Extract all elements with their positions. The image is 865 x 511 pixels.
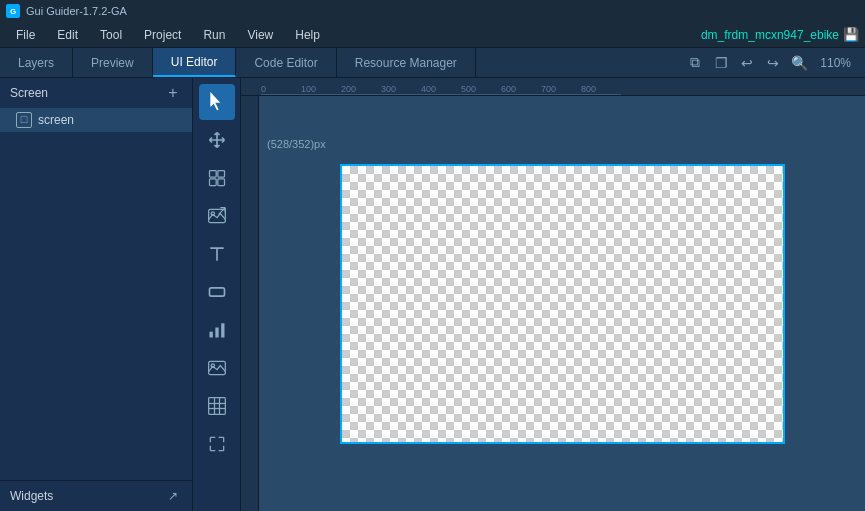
tab-code-editor[interactable]: Code Editor xyxy=(236,48,336,77)
project-name-text: dm_frdm_mcxn947_ebike xyxy=(701,28,839,42)
main-area: Screen + ☐ screen Widgets ↗ xyxy=(0,78,865,511)
widgets-section: Widgets ↗ xyxy=(0,480,192,511)
rect-tool-button[interactable] xyxy=(199,274,235,310)
zoom-out-button[interactable]: 🔍 xyxy=(788,52,810,74)
layer-name: screen xyxy=(38,113,74,127)
screen-section: Screen + ☐ screen xyxy=(0,78,192,132)
svg-rect-3 xyxy=(217,179,224,186)
widgets-link-button[interactable]: ↗ xyxy=(164,487,182,505)
tab-ui-editor[interactable]: UI Editor xyxy=(153,48,237,77)
layer-screen[interactable]: ☐ screen xyxy=(0,108,192,132)
ruler-top-ticks: 0 100 200 300 400 500 600 700 800 xyxy=(241,78,621,95)
screen-layer-icon: ☐ xyxy=(16,112,32,128)
ruler-left xyxy=(241,96,259,511)
screen-title: Screen xyxy=(10,86,48,100)
svg-rect-2 xyxy=(209,179,216,186)
move-tool-button[interactable] xyxy=(199,122,235,158)
screen-header: Screen + xyxy=(0,78,192,108)
svg-point-5 xyxy=(211,212,214,215)
chart-icon xyxy=(207,320,227,340)
zoom-level: 110% xyxy=(814,56,857,70)
menu-bar: File Edit Tool Project Run View Help dm_… xyxy=(0,22,865,48)
menu-edit[interactable]: Edit xyxy=(47,25,88,45)
widget-icon xyxy=(207,168,227,188)
canvas-frame[interactable] xyxy=(340,164,785,444)
svg-rect-7 xyxy=(209,332,212,338)
text-icon xyxy=(207,244,227,264)
expand-tool-button[interactable] xyxy=(199,426,235,462)
grid-tool-button[interactable] xyxy=(199,388,235,424)
panel-gap xyxy=(0,132,192,480)
svg-rect-9 xyxy=(221,323,224,337)
canvas-area[interactable]: 0 100 200 300 400 500 600 700 800 (528/3… xyxy=(241,78,865,511)
tab-actions: ⧉ ❐ ↩ ↪ 🔍 110% xyxy=(684,48,865,77)
tab-preview[interactable]: Preview xyxy=(73,48,153,77)
paste-button[interactable]: ❐ xyxy=(710,52,732,74)
pointer-icon xyxy=(207,92,227,112)
svg-rect-0 xyxy=(209,171,216,178)
project-name: dm_frdm_mcxn947_ebike 💾 xyxy=(701,27,859,42)
svg-rect-12 xyxy=(208,398,225,415)
app-icon-letter: G xyxy=(10,7,16,16)
picture-tool-button[interactable] xyxy=(199,350,235,386)
ruler-top: 0 100 200 300 400 500 600 700 800 xyxy=(241,78,865,96)
add-screen-button[interactable]: + xyxy=(164,84,182,102)
menu-run[interactable]: Run xyxy=(193,25,235,45)
canvas-container xyxy=(259,96,865,511)
left-panel: Screen + ☐ screen Widgets ↗ xyxy=(0,78,193,511)
widget-tool-button[interactable] xyxy=(199,160,235,196)
image-select-tool-button[interactable] xyxy=(199,198,235,234)
text-tool-button[interactable] xyxy=(199,236,235,272)
svg-rect-1 xyxy=(217,171,224,178)
menu-project[interactable]: Project xyxy=(134,25,191,45)
menu-view[interactable]: View xyxy=(237,25,283,45)
pointer-tool-button[interactable] xyxy=(199,84,235,120)
project-save-icon: 💾 xyxy=(843,27,859,42)
widgets-header: Widgets ↗ xyxy=(0,481,192,511)
app-icon: G xyxy=(6,4,20,18)
tools-panel xyxy=(193,78,241,511)
widgets-title: Widgets xyxy=(10,489,53,503)
svg-point-11 xyxy=(211,364,214,367)
menu-help[interactable]: Help xyxy=(285,25,330,45)
expand-icon xyxy=(207,434,227,454)
svg-rect-6 xyxy=(209,288,224,296)
undo-button[interactable]: ↩ xyxy=(736,52,758,74)
image-select-icon xyxy=(207,206,227,226)
tab-layers[interactable]: Layers xyxy=(0,48,73,77)
chart-tool-button[interactable] xyxy=(199,312,235,348)
menu-tool[interactable]: Tool xyxy=(90,25,132,45)
menu-file[interactable]: File xyxy=(6,25,45,45)
tab-bar: Layers Preview UI Editor Code Editor Res… xyxy=(0,48,865,78)
redo-button[interactable]: ↪ xyxy=(762,52,784,74)
tab-resource-manager[interactable]: Resource Manager xyxy=(337,48,476,77)
title-bar: G Gui Guider-1.7.2-GA xyxy=(0,0,865,22)
svg-rect-8 xyxy=(215,328,218,338)
copy-button[interactable]: ⧉ xyxy=(684,52,706,74)
app-title: Gui Guider-1.7.2-GA xyxy=(26,5,127,17)
rect-icon xyxy=(207,282,227,302)
picture-icon xyxy=(207,358,227,378)
grid-icon xyxy=(207,396,227,416)
move-icon xyxy=(207,130,227,150)
